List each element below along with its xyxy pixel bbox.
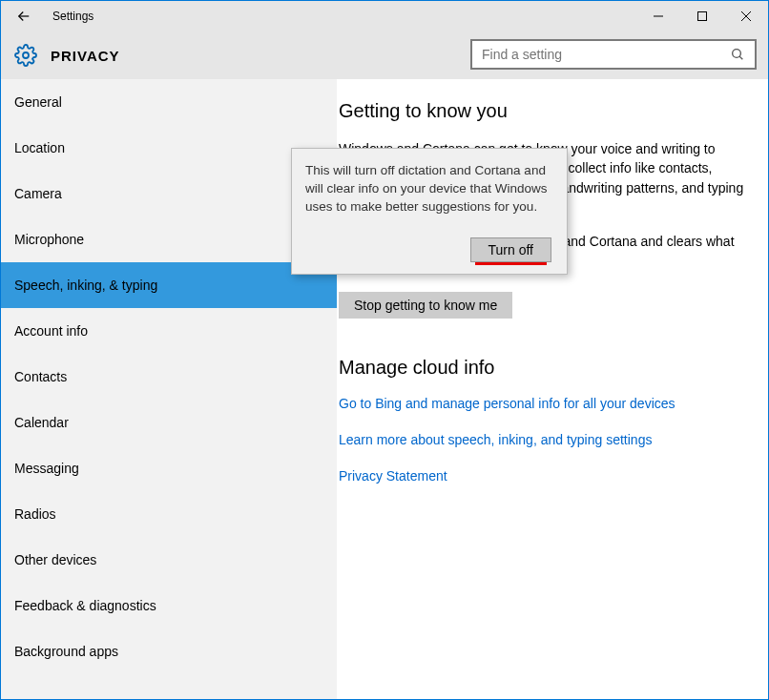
svg-rect-1 bbox=[698, 12, 707, 21]
close-button[interactable] bbox=[724, 1, 768, 31]
search-icon bbox=[730, 47, 745, 62]
titlebar: Settings bbox=[1, 1, 768, 31]
stop-getting-to-know-me-button[interactable]: Stop getting to know me bbox=[339, 292, 512, 319]
search-box[interactable] bbox=[470, 39, 757, 70]
sidebar-item-calendar[interactable]: Calendar bbox=[1, 400, 337, 445]
sidebar-item-account-info[interactable]: Account info bbox=[1, 308, 337, 354]
svg-point-5 bbox=[733, 50, 741, 58]
section-manage-cloud-info-title: Manage cloud info bbox=[339, 357, 745, 379]
sidebar-item-speech-inking-typing[interactable]: Speech, inking, & typing bbox=[1, 262, 337, 308]
sidebar-item-microphone[interactable]: Microphone bbox=[1, 216, 337, 262]
window-title: Settings bbox=[47, 10, 94, 23]
search-input[interactable] bbox=[482, 47, 730, 62]
confirm-turn-off-popup: This will turn off dictation and Cortana… bbox=[291, 148, 568, 275]
sidebar-item-contacts[interactable]: Contacts bbox=[1, 354, 337, 400]
sidebar-item-feedback-diagnostics[interactable]: Feedback & diagnostics bbox=[1, 583, 337, 628]
sidebar-item-radios[interactable]: Radios bbox=[1, 491, 337, 537]
minimize-icon bbox=[653, 10, 664, 22]
close-icon bbox=[740, 10, 752, 22]
maximize-button[interactable] bbox=[680, 1, 724, 31]
sidebar-item-other-devices[interactable]: Other devices bbox=[1, 537, 337, 583]
turn-off-button[interactable]: Turn off bbox=[470, 237, 551, 262]
sidebar-item-location[interactable]: Location bbox=[1, 125, 337, 171]
popup-message: This will turn off dictation and Cortana… bbox=[305, 162, 551, 216]
popup-button-row: Turn off bbox=[305, 237, 551, 262]
header: PRIVACY bbox=[1, 31, 768, 79]
learn-more-link[interactable]: Learn more about speech, inking, and typ… bbox=[339, 432, 745, 447]
sidebar: General Location Camera Microphone Speec… bbox=[1, 79, 337, 699]
sidebar-item-general[interactable]: General bbox=[1, 79, 337, 125]
gear-icon bbox=[14, 44, 37, 67]
sidebar-item-messaging[interactable]: Messaging bbox=[1, 445, 337, 491]
bing-personal-info-link[interactable]: Go to Bing and manage personal info for … bbox=[339, 396, 745, 411]
privacy-statement-link[interactable]: Privacy Statement bbox=[339, 468, 745, 484]
back-arrow-icon bbox=[15, 8, 32, 25]
page-title: PRIVACY bbox=[51, 48, 120, 64]
settings-window: Settings PRIVACY General Loca bbox=[0, 0, 769, 700]
window-controls bbox=[636, 1, 768, 31]
sidebar-item-background-apps[interactable]: Background apps bbox=[1, 628, 337, 674]
maximize-icon bbox=[696, 10, 708, 22]
sidebar-item-camera[interactable]: Camera bbox=[1, 171, 337, 216]
svg-line-6 bbox=[739, 56, 742, 59]
svg-point-4 bbox=[23, 52, 29, 58]
section-getting-to-know-you-title: Getting to know you bbox=[339, 100, 745, 122]
minimize-button[interactable] bbox=[636, 1, 680, 31]
back-button[interactable] bbox=[1, 1, 47, 31]
